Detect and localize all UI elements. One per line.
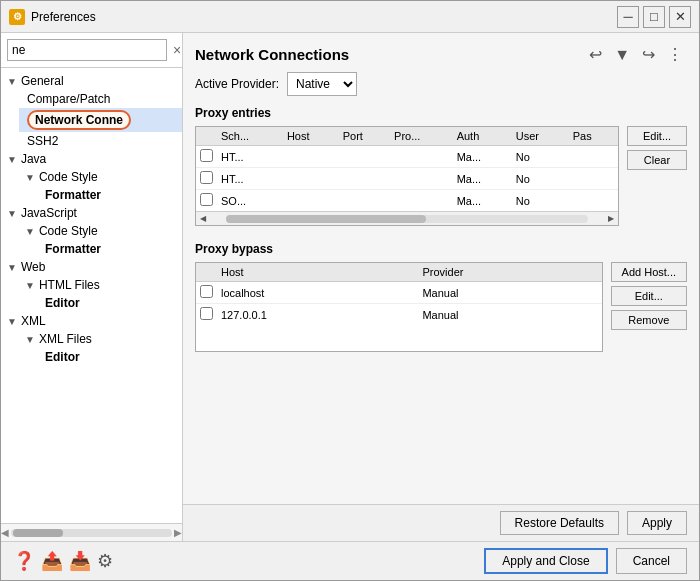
bypass-row-1-checkbox[interactable]: [200, 285, 213, 298]
tree-group-javascript: ▼ JavaScript ▼ Code Style Formatter: [1, 204, 182, 258]
proxy-row-2-user: No: [512, 168, 569, 190]
export-icon[interactable]: 📤: [41, 550, 63, 572]
tree-label-xml-files: XML Files: [39, 332, 92, 346]
proxy-row-1-checkbox[interactable]: [200, 149, 213, 162]
scroll-right-icon[interactable]: ▶: [604, 214, 618, 223]
bypass-edit-button[interactable]: Edit...: [611, 286, 687, 306]
sidebar-item-network-connections[interactable]: Network Conne: [19, 108, 182, 132]
proxy-row-3-checkbox[interactable]: [200, 193, 213, 206]
table-scroll-thumb: [226, 215, 426, 223]
proxy-row-3-user: No: [512, 190, 569, 212]
proxy-row-2-checkbox[interactable]: [200, 171, 213, 184]
table-scroll-bar[interactable]: ◀ ▶: [196, 211, 618, 225]
sidebar-search-bar: ×: [1, 33, 182, 68]
cancel-button[interactable]: Cancel: [616, 548, 687, 574]
proxy-row-2-scheme: HT...: [217, 168, 283, 190]
tree-group-xml-header[interactable]: ▼ XML: [1, 312, 182, 330]
maximize-button[interactable]: □: [643, 6, 665, 28]
col-pass: Pas: [569, 127, 618, 146]
tree-group-js-codestyle: ▼ Code Style Formatter: [19, 222, 182, 258]
proxy-entries-container: Sch... Host Port Pro... Auth User Pas: [195, 126, 619, 226]
active-provider-select[interactable]: Native Direct Manual: [287, 72, 357, 96]
bypass-data-table: Host Provider localhost Manual: [196, 263, 602, 325]
proxy-entries-wrap: Sch... Host Port Pro... Auth User Pas: [195, 126, 687, 234]
proxy-entries-title: Proxy entries: [195, 106, 687, 120]
sidebar-item-xml-editor[interactable]: Editor: [37, 348, 182, 366]
tree-group-html-files: ▼ HTML Files Editor: [19, 276, 182, 312]
proxy-entries-data-table: Sch... Host Port Pro... Auth User Pas: [196, 127, 618, 211]
tree-children-xml-files: Editor: [19, 348, 182, 366]
tree-label-html-files: HTML Files: [39, 278, 100, 292]
bypass-add-host-button[interactable]: Add Host...: [611, 262, 687, 282]
col-port: Port: [339, 127, 390, 146]
proxy-row-3-port: [339, 190, 390, 212]
sidebar-item-ssh2[interactable]: SSH2: [19, 132, 182, 150]
tree-group-javascript-header[interactable]: ▼ JavaScript: [1, 204, 182, 222]
proxy-clear-button[interactable]: Clear: [627, 150, 687, 170]
tree-children-javascript: ▼ Code Style Formatter: [1, 222, 182, 258]
tree-arrow-web: ▼: [7, 262, 17, 273]
col-scheme: Sch...: [217, 127, 283, 146]
sidebar-item-html-editor[interactable]: Editor: [37, 294, 182, 312]
tree-arrow-general: ▼: [7, 76, 17, 87]
menu-button[interactable]: ⋮: [663, 43, 687, 66]
sidebar-item-js-formatter[interactable]: Formatter: [37, 240, 182, 258]
panel-footer: Restore Defaults Apply: [183, 504, 699, 541]
tree-label-java-codestyle: Code Style: [39, 170, 98, 184]
bypass-row-2-host: 127.0.0.1: [217, 304, 418, 326]
scroll-left-icon[interactable]: ◀: [196, 214, 210, 223]
bypass-col-provider: Provider: [418, 263, 601, 282]
minimize-button[interactable]: ─: [617, 6, 639, 28]
proxy-row-3-pass: [569, 190, 618, 212]
apply-button[interactable]: Apply: [627, 511, 687, 535]
tree-label-js-codestyle: Code Style: [39, 224, 98, 238]
window-title: Preferences: [31, 10, 617, 24]
settings-icon[interactable]: ⚙: [97, 550, 113, 572]
bypass-row-1-host: localhost: [217, 282, 418, 304]
tree-group-web-header[interactable]: ▼ Web: [1, 258, 182, 276]
proxy-bypass-wrap: Host Provider localhost Manual: [195, 262, 687, 360]
sidebar-horizontal-scrollbar[interactable]: ◀ ▶: [1, 523, 182, 541]
forward-button[interactable]: ↪: [638, 43, 659, 66]
bypass-col-check: [196, 263, 217, 282]
dropdown-button[interactable]: ▼: [610, 44, 634, 66]
help-icon[interactable]: ❓: [13, 550, 35, 572]
tree-group-xml-files-header[interactable]: ▼ XML Files: [19, 330, 182, 348]
tree-children-web: ▼ HTML Files Editor: [1, 276, 182, 312]
sidebar: × ▼ General Compare/Patch Network Conne …: [1, 33, 183, 541]
back-button[interactable]: ↩: [585, 43, 606, 66]
restore-defaults-button[interactable]: Restore Defaults: [500, 511, 619, 535]
network-connections-label: Network Conne: [27, 110, 131, 130]
table-row: SO... Ma... No: [196, 190, 618, 212]
tree-group-general-header[interactable]: ▼ General: [1, 72, 182, 90]
window-controls: ─ □ ✕: [617, 6, 691, 28]
search-clear-button[interactable]: ×: [171, 42, 183, 58]
sidebar-scrollbar-track: [11, 529, 172, 537]
tree-group-html-files-header[interactable]: ▼ HTML Files: [19, 276, 182, 294]
tree-arrow-java-codestyle: ▼: [25, 172, 35, 183]
proxy-entries-buttons: Edit... Clear: [627, 126, 687, 234]
import-icon[interactable]: 📥: [69, 550, 91, 572]
search-input[interactable]: [7, 39, 167, 61]
proxy-row-2-auth: Ma...: [453, 168, 512, 190]
tree-group-java: ▼ Java ▼ Code Style Formatter: [1, 150, 182, 204]
tree-children-html-files: Editor: [19, 294, 182, 312]
bypass-table-container: Host Provider localhost Manual: [195, 262, 603, 352]
proxy-row-2-pro: [390, 168, 453, 190]
bypass-remove-button[interactable]: Remove: [611, 310, 687, 330]
sidebar-item-java-formatter[interactable]: Formatter: [37, 186, 182, 204]
proxy-edit-button[interactable]: Edit...: [627, 126, 687, 146]
proxy-bypass-title: Proxy bypass: [195, 242, 687, 256]
sidebar-item-compare-patch[interactable]: Compare/Patch: [19, 90, 182, 108]
tree-group-js-codestyle-header[interactable]: ▼ Code Style: [19, 222, 182, 240]
tree-children-xml: ▼ XML Files Editor: [1, 330, 182, 366]
apply-and-close-button[interactable]: Apply and Close: [484, 548, 607, 574]
tree-group-java-codestyle-header[interactable]: ▼ Code Style: [19, 168, 182, 186]
bypass-row-2-checkbox[interactable]: [200, 307, 213, 320]
tree-arrow-java: ▼: [7, 154, 17, 165]
tree-group-general: ▼ General Compare/Patch Network Conne SS…: [1, 72, 182, 150]
proxy-row-3-scheme: SO...: [217, 190, 283, 212]
tree-group-java-header[interactable]: ▼ Java: [1, 150, 182, 168]
panel-body: Active Provider: Native Direct Manual Pr…: [183, 72, 699, 504]
close-button[interactable]: ✕: [669, 6, 691, 28]
